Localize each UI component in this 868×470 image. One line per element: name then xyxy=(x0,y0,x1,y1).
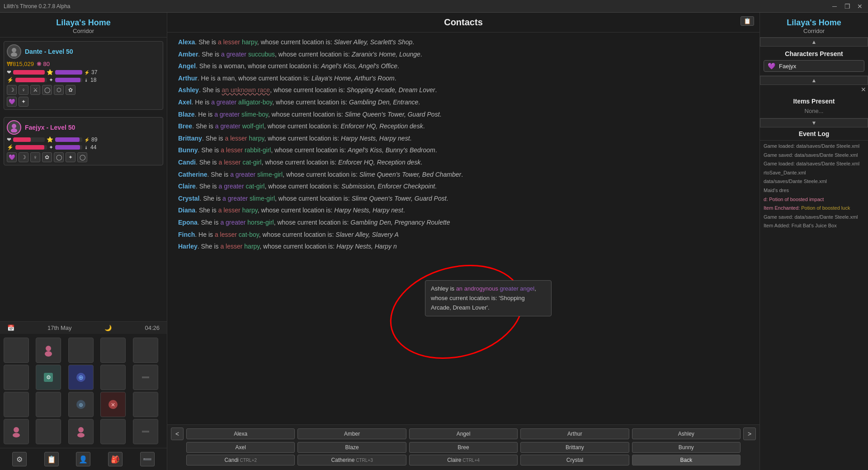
location-title: Lilaya's Home xyxy=(4,18,163,28)
scroll-middle-up[interactable]: ▲ xyxy=(760,76,868,85)
nav-candi[interactable]: Candi CTRL+2 xyxy=(186,455,295,465)
contact-suffix: , whose current location is: xyxy=(244,62,321,70)
contact-entry: Candi. She is a lesser cat-girl, whose c… xyxy=(178,156,749,169)
contact-text: . She is xyxy=(199,86,222,94)
dante-icons: ☽ ♀ ⚔ ◯ ⬡ ✿ xyxy=(7,85,160,95)
map-cell-7[interactable]: ⚙ xyxy=(36,365,61,390)
settings-icon[interactable]: ⚙ xyxy=(12,452,27,466)
contact-name[interactable]: Brittany xyxy=(178,135,202,142)
nav-brittany[interactable]: Brittany xyxy=(520,442,629,453)
nav-arthur[interactable]: Arthur xyxy=(520,428,629,439)
nav-prev[interactable]: < xyxy=(171,428,184,440)
log-text: d: xyxy=(764,197,769,202)
nav-alexa[interactable]: Alexa xyxy=(186,428,295,439)
contact-name[interactable]: Amber xyxy=(178,51,198,58)
map-cell-15[interactable] xyxy=(133,392,158,417)
contact-name[interactable]: Arthur xyxy=(178,75,198,82)
map-cell-20[interactable] xyxy=(133,419,158,444)
contacts-list[interactable]: Alexa. She is a lesser harpy, whose curr… xyxy=(167,33,760,424)
nav-bree[interactable]: Bree xyxy=(409,442,518,453)
contact-name[interactable]: Alexa xyxy=(178,38,195,46)
event-log-title: Event Log xyxy=(760,127,868,141)
contact-tier: a greater xyxy=(214,111,240,118)
nav-catherine[interactable]: Catherine CTRL+3 xyxy=(297,455,406,465)
nav-ashley[interactable]: Ashley xyxy=(632,428,741,439)
map-cell-13[interactable]: ⊕ xyxy=(68,392,94,417)
map-cell-8[interactable]: ⊕ xyxy=(68,365,94,390)
contact-name[interactable]: Bunny xyxy=(178,146,198,154)
map-cell-4[interactable] xyxy=(100,338,126,363)
contact-tier: a greater xyxy=(222,195,248,202)
map-cell-10[interactable] xyxy=(133,365,158,390)
character-present-faejyx[interactable]: 💜 Faejyx xyxy=(764,60,864,72)
faejyx-stat4: 44 xyxy=(90,144,96,150)
nav-blaze[interactable]: Blaze xyxy=(297,442,406,453)
right-location-title: Lilaya's Home xyxy=(764,18,864,28)
characters-present-section: Characters Present 💜 Faejyx xyxy=(760,47,868,76)
map-cell-18[interactable] xyxy=(68,419,94,444)
map-cell-5[interactable] xyxy=(133,338,158,363)
copy-button[interactable]: 📋 xyxy=(741,16,754,26)
map-area: ⚙ ⊕ ⊕ ✕ xyxy=(0,334,167,448)
faejyx-icon-3: ♀ xyxy=(30,152,40,162)
bag-icon[interactable]: 🎒 xyxy=(108,452,123,466)
nav-bunny[interactable]: Bunny xyxy=(632,442,741,453)
contact-name[interactable]: Diana xyxy=(178,207,195,214)
contact-text: . She is xyxy=(198,243,221,250)
map-cell-1[interactable] xyxy=(4,338,29,363)
contact-name[interactable]: Bree xyxy=(178,122,192,130)
contact-name[interactable]: Harley xyxy=(178,243,198,250)
map-cell-9[interactable] xyxy=(100,365,126,390)
close-panel-button[interactable]: ✕ xyxy=(861,86,866,93)
contact-tier: a lesser xyxy=(221,146,243,154)
map-cell-2[interactable] xyxy=(36,338,61,363)
map-cell-6[interactable] xyxy=(4,365,29,390)
contact-name[interactable]: Finch xyxy=(178,231,195,238)
contact-name[interactable]: Crystal xyxy=(178,195,199,202)
contact-entry: Angel. She is a woman, whose current loc… xyxy=(178,60,749,72)
nav-crystal[interactable]: Crystal xyxy=(520,455,629,465)
mana-icon: ⚡ xyxy=(7,77,14,83)
contact-tier: a lesser xyxy=(218,207,241,214)
map-cell-19[interactable] xyxy=(100,419,126,444)
event-log-entries[interactable]: Game loaded: data/saves/Dante Steele.xml… xyxy=(760,141,868,470)
nav-back[interactable]: Back xyxy=(632,455,741,465)
contact-location: Harpy Nests, Harpy nest xyxy=(334,207,403,214)
faejyx-hp-bar xyxy=(13,137,31,142)
contact-name[interactable]: Axel xyxy=(178,99,192,106)
contact-locend: . xyxy=(435,146,437,154)
contact-location: Lilaya's Home, Arthur's Room xyxy=(311,75,395,82)
restore-button[interactable]: ❐ xyxy=(843,3,852,10)
map-cell-12[interactable] xyxy=(36,392,61,417)
scroll-items-down[interactable]: ▼ xyxy=(760,118,868,127)
dante-icons2: 💜 ✦ xyxy=(7,97,160,107)
nav-claire[interactable]: Claire CTRL+4 xyxy=(409,455,518,465)
contact-name[interactable]: Ashley xyxy=(178,86,199,94)
minus-icon[interactable]: ➖ xyxy=(140,452,155,466)
nav-axel[interactable]: Axel xyxy=(186,442,295,453)
contact-name[interactable]: Catherine xyxy=(178,171,208,178)
map-cell-16[interactable] xyxy=(4,419,29,444)
log-entry: Item Added: Fruit Bat's Juice Box xyxy=(764,222,864,230)
contact-name[interactable]: Candi xyxy=(178,159,196,166)
map-cell-3[interactable] xyxy=(68,338,94,363)
map-cell-11[interactable] xyxy=(4,392,29,417)
contact-name[interactable]: Epona xyxy=(178,219,198,226)
minimize-button[interactable]: ─ xyxy=(830,3,839,10)
map-cell-14[interactable]: ✕ xyxy=(100,392,126,417)
contact-name[interactable]: Claire xyxy=(178,183,196,190)
nav-angel[interactable]: Angel xyxy=(409,428,518,439)
map-cell-17[interactable] xyxy=(36,419,61,444)
svg-rect-19 xyxy=(142,431,149,432)
contact-name[interactable]: Angel xyxy=(178,62,196,70)
nav-amber[interactable]: Amber xyxy=(297,428,406,439)
close-button[interactable]: ✕ xyxy=(855,3,864,10)
mana-bar-bg xyxy=(15,78,47,82)
contact-name[interactable]: Blaze xyxy=(178,111,195,118)
nav-next[interactable]: > xyxy=(743,428,756,440)
char-icon-btn[interactable]: 👤 xyxy=(76,452,90,466)
inventory-icon[interactable]: 📋 xyxy=(44,452,59,466)
contact-text: . She is xyxy=(198,146,221,154)
faejyx-icon-1: 💜 xyxy=(7,152,17,162)
scroll-up-button[interactable]: ▲ xyxy=(760,38,868,47)
